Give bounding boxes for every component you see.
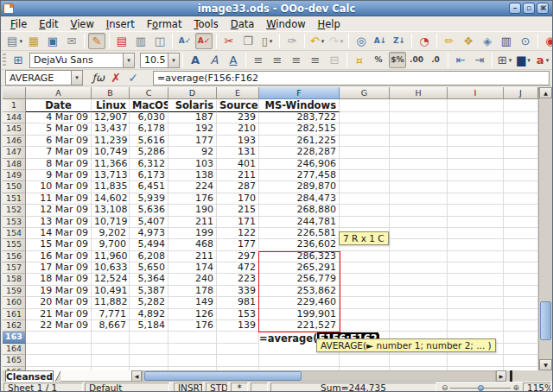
spreadsheet-grid[interactable]: ABCDEFGHIJ 1DateLinuxMacOSSolarisSourceM… bbox=[3, 87, 552, 370]
cell[interactable] bbox=[26, 344, 92, 355]
column-header-B[interactable]: B bbox=[92, 87, 130, 99]
row-header-150[interactable]: 150 bbox=[3, 181, 26, 193]
cell[interactable] bbox=[390, 193, 448, 205]
row-header-160[interactable]: 160 bbox=[3, 297, 26, 308]
cell[interactable] bbox=[504, 286, 538, 297]
cell[interactable] bbox=[340, 99, 390, 112]
cell[interactable]: 6,451 bbox=[130, 181, 168, 193]
cell[interactable]: 176 bbox=[168, 320, 217, 332]
cell[interactable] bbox=[504, 147, 538, 158]
zoom-in-icon[interactable]: ⊕ bbox=[511, 383, 521, 392]
italic-icon[interactable]: A bbox=[206, 52, 223, 68]
cell[interactable]: 178 bbox=[168, 286, 217, 297]
cell[interactable] bbox=[168, 332, 217, 343]
column-headers[interactable]: ABCDEFGHIJ bbox=[3, 87, 538, 99]
scroll-down-icon[interactable]: ▼ bbox=[539, 359, 552, 370]
horizontal-scrollbar[interactable] bbox=[142, 370, 496, 382]
cell[interactable] bbox=[390, 112, 448, 123]
row-header-152[interactable]: 152 bbox=[3, 205, 26, 216]
cell[interactable] bbox=[448, 355, 504, 366]
spellcheck-icon[interactable]: A✓ bbox=[176, 33, 194, 49]
cell[interactable] bbox=[390, 251, 448, 262]
cell[interactable]: 261,225 bbox=[259, 136, 340, 147]
currency-icon[interactable]: ¤ bbox=[351, 52, 368, 68]
cell[interactable]: 11,835 bbox=[92, 181, 130, 193]
cell[interactable] bbox=[504, 112, 538, 123]
cell[interactable]: 211 bbox=[217, 170, 259, 181]
cell[interactable]: 223 bbox=[217, 274, 259, 285]
export-pdf-icon[interactable]: ▤ bbox=[113, 33, 130, 49]
chevron-down-icon[interactable]: ▾ bbox=[527, 57, 531, 64]
cell[interactable] bbox=[504, 320, 538, 332]
cell[interactable] bbox=[340, 297, 390, 308]
row-header-158[interactable]: 158 bbox=[3, 274, 26, 285]
cell[interactable]: 149 bbox=[168, 297, 217, 308]
menu-view[interactable]: View bbox=[65, 17, 100, 31]
cell[interactable] bbox=[504, 239, 538, 250]
zoom-out-icon[interactable]: ⊖ bbox=[440, 383, 450, 392]
chevron-down-icon[interactable]: ▾ bbox=[340, 38, 344, 45]
cell[interactable] bbox=[504, 332, 538, 343]
cell[interactable]: 20 Mar 09 bbox=[26, 297, 92, 308]
cell[interactable]: Linux bbox=[92, 99, 130, 112]
cell[interactable] bbox=[217, 344, 259, 355]
align-left-icon[interactable]: ≡ bbox=[250, 52, 267, 68]
cell[interactable]: 5,494 bbox=[130, 239, 168, 250]
sheet-tab-cleansed[interactable]: Cleansed bbox=[5, 370, 54, 382]
cell[interactable] bbox=[130, 344, 168, 355]
cell[interactable]: 211 bbox=[168, 217, 217, 228]
cell[interactable]: 339 bbox=[217, 286, 259, 297]
grid-rows[interactable]: 1DateLinuxMacOSSolarisSourceMS-Windows14… bbox=[3, 99, 538, 370]
cell[interactable]: 5,286 bbox=[130, 147, 168, 158]
cell[interactable] bbox=[130, 355, 168, 366]
cell[interactable] bbox=[448, 262, 504, 274]
cell[interactable] bbox=[217, 355, 259, 366]
cell[interactable] bbox=[340, 320, 390, 332]
cell[interactable] bbox=[448, 193, 504, 205]
cancel-icon[interactable]: ✗ bbox=[107, 70, 124, 85]
cell[interactable]: 229,460 bbox=[259, 297, 340, 308]
cell[interactable]: 190 bbox=[168, 205, 217, 216]
cell[interactable]: 240 bbox=[168, 274, 217, 285]
cell[interactable] bbox=[390, 159, 448, 170]
cell[interactable]: Solaris bbox=[168, 99, 217, 112]
cell[interactable] bbox=[390, 320, 448, 332]
function-wizard-icon[interactable]: ƒω bbox=[90, 70, 107, 85]
chevron-down-icon[interactable]: ▾ bbox=[270, 38, 273, 45]
cell[interactable] bbox=[390, 205, 448, 216]
zoom-slider-handle[interactable] bbox=[478, 385, 484, 391]
show-draw-functions-icon[interactable]: ✏ bbox=[441, 33, 458, 49]
cell[interactable] bbox=[92, 344, 130, 355]
cell[interactable] bbox=[504, 262, 538, 274]
format-standard-icon[interactable]: $% bbox=[389, 52, 406, 68]
formula-input-line[interactable]: =average(F156:F162 bbox=[153, 71, 550, 85]
row-header-164[interactable]: 164 bbox=[3, 344, 26, 355]
cell[interactable]: 5,616 bbox=[130, 136, 168, 147]
new-document-icon[interactable]: ▤▾ bbox=[6, 33, 23, 49]
cell[interactable]: 153 bbox=[217, 309, 259, 320]
cell[interactable]: 468 bbox=[168, 239, 217, 250]
cell[interactable]: Date bbox=[26, 99, 92, 112]
cell[interactable]: 5,939 bbox=[130, 193, 168, 205]
cell[interactable] bbox=[390, 297, 448, 308]
cell[interactable]: 4,892 bbox=[130, 309, 168, 320]
column-header-F[interactable]: F bbox=[259, 87, 340, 99]
cell[interactable] bbox=[340, 309, 390, 320]
cell[interactable] bbox=[390, 239, 448, 250]
cell[interactable] bbox=[504, 170, 538, 181]
cell[interactable] bbox=[448, 217, 504, 228]
cell[interactable]: 176 bbox=[168, 193, 217, 205]
cell[interactable] bbox=[217, 332, 259, 343]
cell[interactable] bbox=[448, 112, 504, 123]
cell[interactable] bbox=[340, 205, 390, 216]
cell[interactable]: 8,667 bbox=[92, 320, 130, 332]
cell[interactable]: 14,602 bbox=[92, 193, 130, 205]
cell[interactable] bbox=[390, 286, 448, 297]
cell[interactable]: 192 bbox=[168, 123, 217, 135]
column-header-E[interactable]: E bbox=[217, 87, 259, 99]
cell[interactable]: 210 bbox=[217, 123, 259, 135]
hyperlink-icon[interactable]: ◎ bbox=[353, 33, 370, 49]
cell[interactable]: 256,779 bbox=[259, 274, 340, 285]
chevron-down-icon[interactable]: ▾ bbox=[123, 54, 134, 67]
cell[interactable] bbox=[259, 355, 340, 366]
